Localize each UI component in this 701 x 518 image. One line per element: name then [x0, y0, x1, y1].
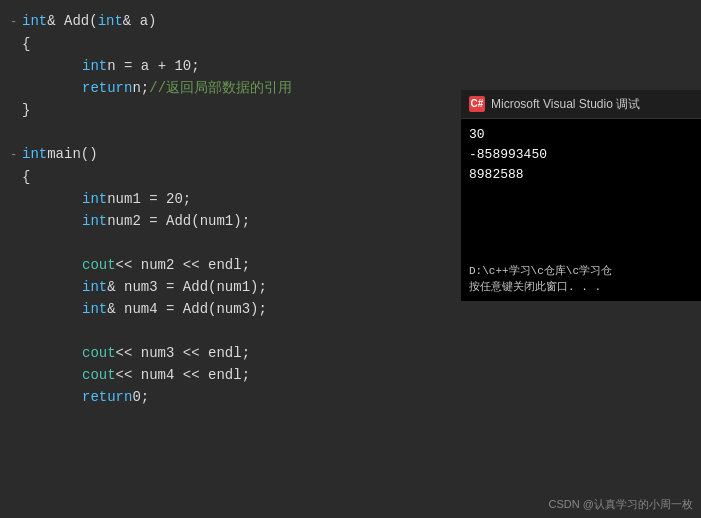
fold-marker-1: -	[10, 11, 20, 33]
terminal-output-2: -858993450	[469, 145, 693, 165]
code-line-16: cout << num3 << endl;	[0, 342, 701, 364]
token-int-1: int	[22, 10, 47, 32]
terminal-output-3: 8982588	[469, 165, 693, 185]
code-line-17: cout << num4 << endl;	[0, 364, 701, 386]
main-container: - int& Add(int& a) { int n = a + 10; ret…	[0, 0, 701, 518]
csdn-watermark: CSDN @认真学习的小周一枚	[549, 497, 693, 512]
code-line-1: - int& Add(int& a)	[0, 10, 701, 33]
terminal-prompt: 按任意键关闭此窗口. . .	[469, 279, 693, 295]
code-line-2: {	[0, 33, 701, 55]
terminal-path: D:\c++学习\c仓库\c学习仓	[469, 263, 693, 279]
terminal-title: Microsoft Visual Studio 调试	[491, 94, 640, 114]
code-line-15	[0, 320, 701, 342]
terminal-footer: D:\c++学习\c仓库\c学习仓 按任意键关闭此窗口. . .	[461, 259, 701, 301]
code-line-18: return 0;	[0, 386, 701, 408]
code-editor: - int& Add(int& a) { int n = a + 10; ret…	[0, 0, 701, 518]
terminal-body: 30 -858993450 8982588	[461, 119, 701, 259]
terminal-window: C# Microsoft Visual Studio 调试 30 -858993…	[461, 90, 701, 301]
fold-marker-7: -	[10, 144, 20, 166]
terminal-titlebar: C# Microsoft Visual Studio 调试	[461, 90, 701, 119]
code-line-3: int n = a + 10;	[0, 55, 701, 77]
code-line-14: int& num4 = Add(num3);	[0, 298, 701, 320]
terminal-output-1: 30	[469, 125, 693, 145]
vs-icon: C#	[469, 96, 485, 112]
